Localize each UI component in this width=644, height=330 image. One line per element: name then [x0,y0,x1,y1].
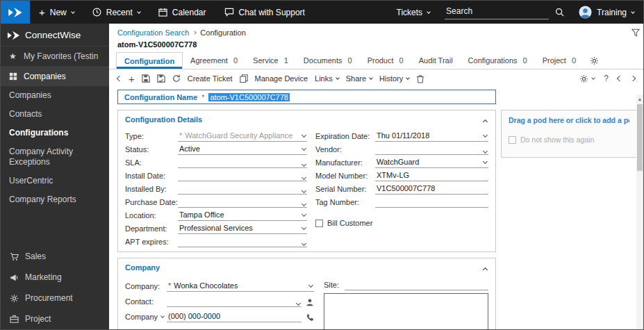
tab-settings-gear-icon[interactable] [584,52,605,69]
email-envelope-icon[interactable]: ✉ [306,328,314,329]
sidebar-item-usercentric[interactable]: UserCentric [1,172,109,190]
copy-button[interactable] [240,74,248,83]
status-dropdown[interactable]: Active [178,145,307,155]
companies-grid-icon [8,72,18,81]
back-button[interactable] [117,76,122,81]
sidebar-brand[interactable]: ConnectWise [1,24,109,46]
company-dropdown[interactable]: * Wonka Chocolates [167,281,314,292]
sidebar-module-companies[interactable]: Companies [1,67,109,86]
collapse-section-button[interactable] [484,116,487,126]
tab-configurations[interactable]: Configurations0 [461,52,535,69]
sidebar-item-companies[interactable]: Companies [1,86,109,105]
connectwise-logo[interactable] [1,1,30,24]
tickets-menu[interactable]: Tickets [388,1,440,24]
pod-message[interactable]: Drag a pod here or click to add a pod [509,116,629,124]
save-button[interactable] [142,74,150,83]
installed-by-dropdown[interactable] [178,190,307,195]
chat-with-support[interactable]: Chat with Support [215,1,314,24]
breadcrumb-link[interactable]: Configuration Search [117,28,189,37]
expiration-date-dropdown[interactable]: Thu 01/11/2018 [375,131,488,142]
tab-agreement[interactable]: Agreement0 [183,52,245,69]
pod-drop-zone[interactable]: Drag a pod here or click to add a pod Do… [501,110,637,158]
collapse-section-button[interactable] [484,264,487,274]
sidebar-module-marketing[interactable]: Marketing [1,267,109,288]
install-date-dropdown[interactable] [178,177,307,181]
save-close-button[interactable] [157,74,165,83]
phone-icon[interactable] [306,313,314,322]
delete-button[interactable] [416,74,424,83]
purchase-date-dropdown[interactable] [178,204,307,208]
phone-type-dropdown[interactable]: Company [125,313,167,322]
user-menu[interactable]: Training [570,1,643,24]
history-menu[interactable]: History [379,74,409,83]
settings-gear-menu[interactable] [579,74,595,83]
do-not-show-again-checkbox[interactable] [509,136,516,144]
add-button[interactable]: + [129,74,135,84]
tab-count: 1 [284,56,288,65]
field-label: APT expires: [125,238,178,247]
tag-number-input[interactable] [375,206,488,208]
apt-expires-dropdown[interactable] [178,243,307,247]
sidebar-module-project[interactable]: Project [1,308,109,329]
sidebar-item-configurations[interactable]: Configurations [1,124,109,142]
sidebar-item-company-reports[interactable]: Company Reports [1,190,109,209]
phone-input[interactable]: (000) 000-0000 [167,312,302,322]
tab-label: Product [368,56,394,65]
type-dropdown[interactable]: * WatchGuard Security Appliance [178,131,307,142]
sidebar-item-contacts[interactable]: Contacts [1,105,109,124]
sidebar-item-favorites[interactable]: ★ My Favorites (Testin [1,46,109,67]
search-icon[interactable] [555,8,564,17]
calendar-menu-label: Calendar [172,8,206,17]
sla-dropdown[interactable] [178,164,307,168]
tab-documents[interactable]: Documents0 [296,52,360,69]
configuration-name-value[interactable]: atom-V1C500007C778 [208,93,290,101]
links-menu[interactable]: Links [315,74,339,83]
scrollbar-thumb[interactable] [637,104,643,171]
field-label: Vendor: [315,145,375,155]
next-record-button[interactable] [631,76,635,81]
prev-record-button[interactable] [618,76,622,81]
filter-funnel-icon[interactable] [631,28,640,37]
tab-audit-trail[interactable]: Audit Trail [411,52,461,69]
sidebar-module-procurement[interactable]: Procurement [1,288,109,308]
bill-customer-checkbox[interactable] [315,220,323,227]
chevron-right-icon [630,76,636,81]
share-menu[interactable]: Share [346,74,372,83]
field-label: Location: [125,211,178,221]
tab-count: 0 [233,56,238,65]
sidebar-module-sales[interactable]: Sales [1,246,109,267]
share-label: Share [346,74,366,83]
chevron-down-icon [302,211,306,216]
help-button[interactable]: ? [604,74,609,83]
refresh-button[interactable] [172,74,181,83]
tab-configuration[interactable]: Configuration [116,52,183,69]
site-field[interactable] [345,288,488,290]
field-serial-number: Serial Number: V1C500007C778 [315,181,488,195]
manage-device-button[interactable]: Manage Device [255,74,308,83]
location-dropdown[interactable]: Tampa Office [178,211,307,221]
model-number-input[interactable]: XTMv-LG [375,171,488,181]
sidebar-item-company-activity-exceptions[interactable]: Company Activity Exceptions [1,142,109,172]
chevron-left-icon [617,76,622,81]
tab-project[interactable]: Project0 [535,52,584,69]
chevron-down-icon [427,10,431,14]
vendor-dropdown[interactable] [375,151,488,155]
new-menu[interactable]: + New [30,1,83,24]
address-textarea[interactable] [324,293,488,329]
tab-bar: Configuration Agreement0 Service1 Docume… [109,52,643,69]
calendar-menu[interactable]: Calendar [149,1,215,24]
recent-menu[interactable]: Recent [83,1,149,24]
manufacturer-dropdown[interactable]: WatchGuard [375,158,488,168]
create-ticket-button[interactable]: Create Ticket [188,74,233,83]
vertical-scrollbar[interactable]: ▲ [636,94,643,329]
contact-dropdown[interactable] [167,303,302,307]
scroll-up-arrow[interactable]: ▲ [636,94,643,104]
serial-number-input[interactable]: V1C500007C778 [375,184,488,195]
contact-person-icon[interactable] [306,298,314,307]
department-dropdown[interactable]: Professional Services [178,224,307,234]
search-input[interactable] [445,5,549,19]
module-label: Sales [25,251,46,261]
tab-service[interactable]: Service1 [245,52,296,69]
configuration-name-field[interactable]: Configuration Name * atom-V1C500007C778 [117,90,496,104]
tab-product[interactable]: Product0 [360,52,411,69]
